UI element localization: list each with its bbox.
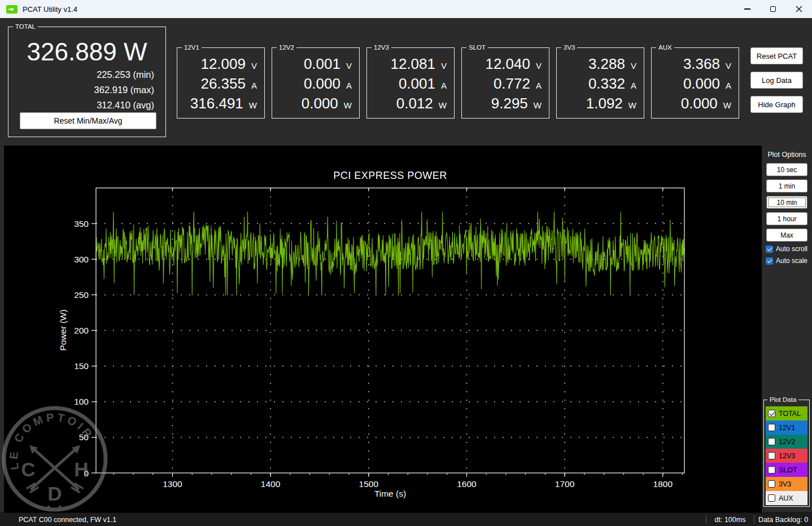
rail-volts: 12.081 — [390, 54, 435, 74]
svg-text:200: 200 — [74, 326, 89, 335]
rail-amps: 0.332 — [588, 74, 625, 94]
svg-text:1800: 1800 — [653, 479, 673, 489]
reset-min-max-avg-button[interactable]: Reset Min/Max/Avg — [20, 112, 156, 129]
svg-text:Power (W): Power (W) — [58, 309, 68, 350]
total-power-unit: W — [124, 38, 147, 65]
unit-label: W — [534, 95, 542, 115]
legend-row-slot[interactable]: SLOT — [766, 463, 807, 477]
unit-label: A — [631, 76, 636, 95]
rail-watts: 1.092 — [586, 94, 623, 113]
unit-label: V — [251, 56, 257, 76]
svg-text:1600: 1600 — [457, 479, 477, 489]
rail-label: 3V3 — [561, 43, 577, 52]
auto-scale-checkbox[interactable]: Auto scale — [766, 257, 807, 265]
total-max: 362.919 (max) — [8, 82, 154, 98]
plot-range-10min-button[interactable]: 10 min — [766, 196, 807, 209]
svg-text:Time (s): Time (s) — [374, 489, 406, 498]
close-button[interactable] — [786, 0, 812, 18]
checkbox-icon[interactable] — [766, 257, 773, 265]
log-data-button[interactable]: Log Data — [750, 72, 803, 89]
connection-status: PCAT C00 connected, FW v1.1 — [0, 516, 706, 524]
rail-watts: 0.012 — [396, 94, 433, 113]
checkbox-icon[interactable] — [768, 438, 775, 445]
checkbox-icon[interactable] — [768, 410, 775, 417]
checkbox-icon[interactable] — [768, 424, 775, 431]
rail-label: AUX — [656, 43, 674, 52]
checkbox-icon[interactable] — [766, 246, 773, 253]
plot-range-1hour-button[interactable]: 1 hour — [766, 212, 807, 225]
total-avg: 312.410 (avg) — [8, 98, 154, 113]
unit-label: A — [346, 76, 352, 95]
legend-label: 12V2 — [779, 438, 795, 446]
window-title: PCAT Utility v1.4 — [23, 5, 77, 14]
graph-panel: 0501001502002503003501300140015001600170… — [4, 146, 762, 512]
svg-text:100: 100 — [74, 397, 89, 406]
total-power-value: 326.889 W — [8, 38, 165, 65]
rail-amps: 0.000 — [683, 74, 720, 94]
auto-scale-label: Auto scale — [776, 257, 807, 265]
nvidia-logo-icon — [6, 5, 18, 14]
svg-text:300: 300 — [74, 255, 89, 264]
rail-amps: 0.001 — [399, 74, 435, 94]
rail-slot: SLOT 12.040V 0.772A 9.295W — [461, 47, 549, 119]
svg-text:1400: 1400 — [261, 479, 281, 489]
svg-text:250: 250 — [74, 290, 89, 300]
svg-text:0: 0 — [84, 468, 89, 478]
reset-pcat-button[interactable]: Reset PCAT — [750, 47, 803, 64]
total-group: TOTAL 326.889 W 225.253 (min) 362.919 (m… — [8, 27, 166, 137]
legend-row-12v3[interactable]: 12V3 — [766, 449, 807, 463]
legend-row-12v2[interactable]: 12V2 — [766, 435, 807, 449]
auto-scroll-checkbox[interactable]: Auto scroll — [766, 245, 807, 253]
svg-text:1300: 1300 — [163, 479, 182, 489]
unit-label: A — [441, 76, 447, 95]
minimize-icon — [744, 8, 750, 9]
plot-range-1min-button[interactable]: 1 min — [766, 179, 807, 192]
plot-sidebar: Plot Options 10 sec 1 min 10 min 1 hour … — [762, 146, 812, 512]
maximize-button[interactable] — [760, 0, 786, 18]
unit-label: V — [726, 56, 731, 76]
unit-label: V — [631, 56, 636, 76]
svg-text:150: 150 — [74, 361, 89, 371]
legend-row-3v3[interactable]: 3V3 — [766, 477, 807, 491]
legend-row-aux[interactable]: AUX — [766, 491, 807, 505]
checkbox-icon[interactable] — [768, 480, 775, 488]
rail-label: SLOT — [466, 43, 488, 52]
rail-volts: 0.001 — [304, 54, 340, 74]
plot-options-label: Plot Options — [762, 151, 812, 159]
legend-row-total[interactable]: TOTAL — [766, 406, 807, 420]
legend-label: TOTAL — [779, 410, 801, 418]
unit-label: W — [249, 95, 257, 115]
plot-range-max-button[interactable]: Max — [766, 229, 807, 242]
rail-amps: 26.355 — [200, 74, 246, 94]
rail-12v1: 12V1 12.009V 26.355A 316.491W — [177, 47, 265, 119]
rail-watts: 0.000 — [681, 94, 718, 113]
plot-range-10sec-button[interactable]: 10 sec — [766, 163, 807, 176]
readout-section: TOTAL 326.889 W 225.253 (min) 362.919 (m… — [0, 18, 812, 146]
rail-label: 12V3 — [372, 43, 391, 52]
power-chart: 0501001502002503003501300140015001600170… — [4, 146, 762, 512]
unit-label: W — [723, 95, 731, 115]
close-icon — [796, 6, 802, 12]
svg-text:50: 50 — [79, 432, 89, 442]
unit-label: V — [441, 56, 447, 76]
minimize-button[interactable] — [734, 0, 760, 18]
auto-scroll-label: Auto scroll — [776, 245, 807, 253]
rail-12v3: 12V3 12.081V 0.001A 0.012W — [366, 47, 455, 119]
hide-graph-button[interactable]: Hide Graph — [750, 96, 803, 113]
plot-data-label: Plot Data — [767, 396, 798, 404]
unit-label: A — [536, 76, 542, 95]
legend-label: 12V1 — [779, 424, 795, 432]
svg-text:1700: 1700 — [555, 479, 575, 489]
plot-data-group: Plot Data TOTAL 12V1 12V2 12V3 SLOT 3V3 … — [763, 400, 810, 507]
checkbox-icon[interactable] — [768, 466, 775, 474]
rail-volts: 3.368 — [683, 54, 720, 74]
rail-volts: 12.040 — [485, 54, 530, 74]
checkbox-icon[interactable] — [768, 452, 775, 459]
legend-row-12v1[interactable]: 12V1 — [766, 420, 807, 435]
data-backlog-status: Data Backlog: 0 — [754, 516, 812, 524]
rail-watts: 9.295 — [491, 94, 528, 113]
total-stats: 225.253 (min) 362.919 (max) 312.410 (avg… — [8, 67, 165, 113]
svg-text:1500: 1500 — [359, 479, 379, 489]
rail-label: 12V1 — [182, 43, 202, 52]
checkbox-icon[interactable] — [768, 494, 775, 502]
